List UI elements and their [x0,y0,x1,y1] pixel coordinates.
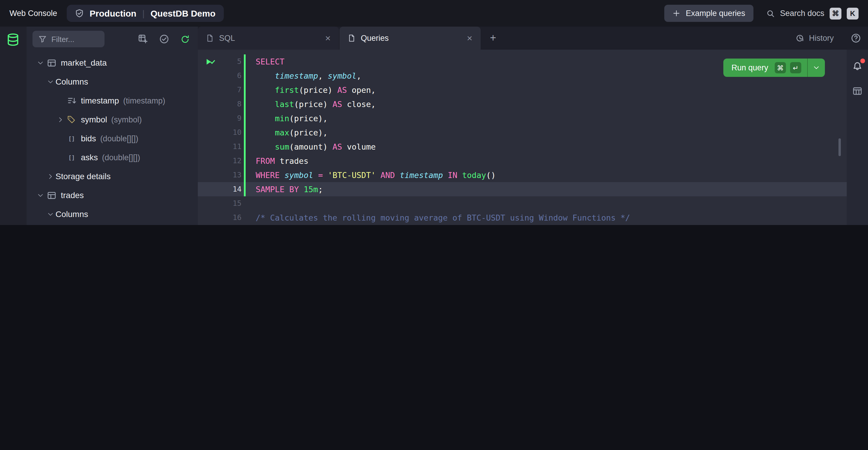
example-queries-button[interactable]: Example queries [664,5,753,22]
run-line-play-icon[interactable] [198,54,223,68]
tree-item-trades[interactable]: trades [27,186,198,205]
chevron-down-icon[interactable] [45,78,56,85]
schema-sidebar: market_dataColumnstimestamp(timestamp)sy… [27,27,198,225]
gutter-space [198,68,223,83]
tree-item-label: trades [61,190,84,200]
filter-input[interactable] [51,35,93,44]
line-number: 16 [223,210,244,225]
refresh-schema-icon[interactable] [181,35,190,44]
add-table-icon[interactable] [138,34,148,44]
array-type-icon: [] [68,135,75,142]
tree-item-label: symbol [81,115,107,124]
topbar-right: Example queries Search docs ⌘ K [664,5,859,22]
tree-item-Columns[interactable]: Columns [27,72,198,91]
code-text: sum(amount) AS volume [246,140,376,154]
chevron-right-icon[interactable] [45,173,56,179]
tree-item-symbol[interactable]: symbol(symbol) [27,224,198,225]
code-line-14[interactable]: 14SAMPLE BY 15m; [198,182,868,196]
k-keycap: K [847,7,859,19]
code-line-12[interactable]: 12FROM trades [198,154,868,168]
sort-timestamp-icon [66,96,78,105]
code-line-8[interactable]: 8 last(price) AS close, [198,97,868,111]
gutter-space [198,125,223,140]
code-text: first(price) AS open, [246,83,376,97]
history-icon [795,34,804,43]
code-text [246,196,256,210]
chevron-right-icon[interactable] [55,116,66,123]
tab-strip: SQL×Queries× [198,27,481,50]
gutter-space [198,210,223,225]
tree-item-type: (timestamp) [123,96,165,105]
file-icon [348,34,355,42]
gutter-space [198,182,223,196]
table-icon [45,191,57,200]
add-tab-button[interactable]: + [481,27,505,50]
code-text: max(price), [246,125,328,140]
editor-tabbar: SQL×Queries× + History [198,27,868,50]
shield-icon [75,9,84,18]
line-number: 11 [223,140,244,154]
filter-box[interactable] [32,31,104,47]
code-area: 5SELECT6 timestamp, symbol,7 first(price… [198,54,868,225]
tab-label: Queries [361,34,459,43]
sql-editor[interactable]: 5SELECT6 timestamp, symbol,7 first(price… [198,50,868,225]
tree-item-bids[interactable]: []bids(double[][]) [27,129,198,148]
chevron-down-icon[interactable] [808,64,825,71]
history-label: History [809,34,834,43]
tree-item-label: Storage details [56,171,111,181]
editor-scrollbar[interactable] [838,138,841,156]
tree-item-market_data[interactable]: market_data [27,53,198,72]
close-icon[interactable]: × [323,32,333,44]
chevron-down-icon[interactable] [35,192,45,198]
notifications-bell-icon[interactable] [851,60,863,72]
code-line-7[interactable]: 7 first(price) AS open, [198,83,868,97]
tree-item-label: bids [81,134,96,143]
questdb-logo-icon[interactable] [6,32,20,47]
run-query-button[interactable]: Run query ⌘ ↵ [723,59,825,77]
tree-item-type: (symbol) [111,115,142,124]
code-line-13[interactable]: 13WHERE symbol = 'BTC-USDT' AND timestam… [198,168,868,182]
line-number: 12 [223,154,244,168]
tree-item-type: (double[][]) [102,153,140,162]
environment-badge[interactable]: Production | QuestDB Demo [67,5,224,22]
code-line-16[interactable]: 16/* Calculates the rolling moving avera… [198,210,868,225]
topbar: Web Console Production | QuestDB Demo Ex… [0,0,868,27]
code-line-15[interactable]: 15 [198,196,868,210]
instance-name: QuestDB Demo [151,8,216,18]
tab-queries[interactable]: Queries× [340,27,480,50]
check-circle-icon[interactable] [159,34,169,44]
code-text: timestamp, symbol, [246,68,361,83]
code-line-9[interactable]: 9 min(price), [198,111,868,125]
code-line-11[interactable]: 11 sum(amount) AS volume [198,140,868,154]
code-text: SAMPLE BY 15m; [246,182,323,196]
chevron-down-icon[interactable] [35,59,45,66]
run-line-play-icon[interactable] [198,225,223,225]
right-strip [847,50,868,225]
tree-item-symbol[interactable]: symbol(symbol) [27,110,198,129]
result-grid-icon[interactable] [851,85,863,97]
line-number: 17 [223,225,244,225]
return-key-icon: ↵ [790,62,801,73]
chevron-down-icon[interactable] [45,211,56,217]
line-number: 5 [223,54,244,68]
gutter-space [198,97,223,111]
help-icon[interactable] [851,33,861,43]
array-type-icon: [] [68,154,75,161]
tree-item-Columns[interactable]: Columns [27,205,198,224]
environment-name: Production [90,8,136,18]
code-text: /* Calculates the rolling moving average… [246,210,630,225]
code-line-10[interactable]: 10 max(price), [198,125,868,140]
tree-item-label: Columns [56,77,88,86]
history-button[interactable]: History [795,34,834,43]
tab-sql[interactable]: SQL× [198,27,339,50]
tab-label: SQL [219,34,317,43]
tree-item-timestamp[interactable]: timestamp(timestamp) [27,91,198,110]
tree-item-asks[interactable]: []asks(double[][]) [27,148,198,167]
tag-icon [66,115,78,123]
close-icon[interactable]: × [464,32,475,44]
tree-item-label: timestamp [81,96,119,105]
search-docs-button[interactable]: Search docs ⌘ K [767,7,859,19]
tree-item-Storage details[interactable]: Storage details [27,167,198,186]
gutter-space [198,196,223,210]
code-line-17[interactable]: 17SELECT timestamp time, symbol, price a… [198,225,868,225]
